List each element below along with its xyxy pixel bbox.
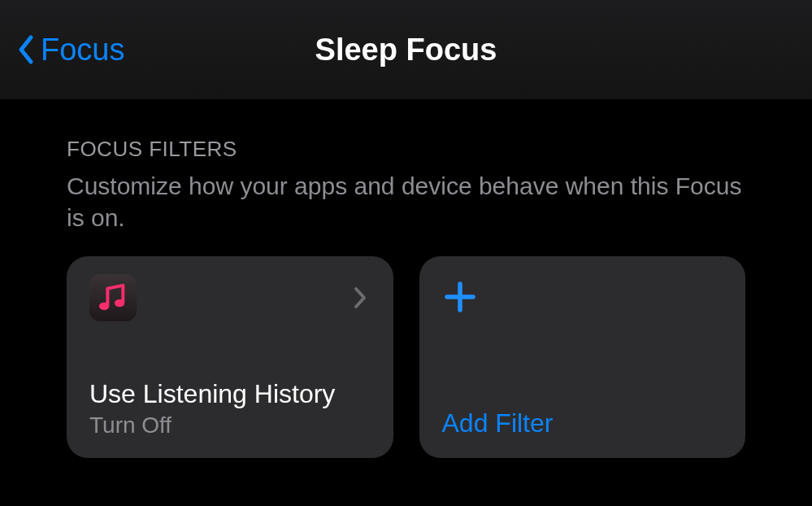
card-bottom: Use Listening History Turn Off (89, 379, 371, 438)
card-top-row (89, 274, 371, 321)
content-area: FOCUS FILTERS Customize how your apps an… (0, 99, 812, 458)
filter-title: Use Listening History (89, 379, 371, 409)
back-label: Focus (41, 33, 124, 68)
chevron-left-icon (16, 33, 36, 66)
filter-card-listening-history[interactable]: Use Listening History Turn Off (67, 256, 393, 458)
plus-icon (441, 277, 480, 316)
svg-point-0 (99, 303, 109, 310)
section-description: Customize how your apps and device behav… (67, 170, 745, 233)
back-button[interactable]: Focus (16, 33, 124, 68)
filter-cards-row: Use Listening History Turn Off Add Filte… (67, 256, 745, 458)
card-bottom: Add Filter (442, 408, 723, 438)
page-title: Sleep Focus (315, 33, 497, 68)
filter-subtitle: Turn Off (89, 412, 371, 438)
chevron-right-icon (353, 286, 367, 310)
add-filter-card[interactable]: Add Filter (419, 256, 746, 458)
card-top-row (442, 274, 723, 316)
music-app-icon (89, 274, 137, 321)
svg-point-1 (115, 299, 124, 307)
section-header: FOCUS FILTERS (67, 137, 745, 162)
add-filter-label: Add Filter (442, 408, 723, 438)
navigation-bar: Focus Sleep Focus (0, 0, 812, 99)
